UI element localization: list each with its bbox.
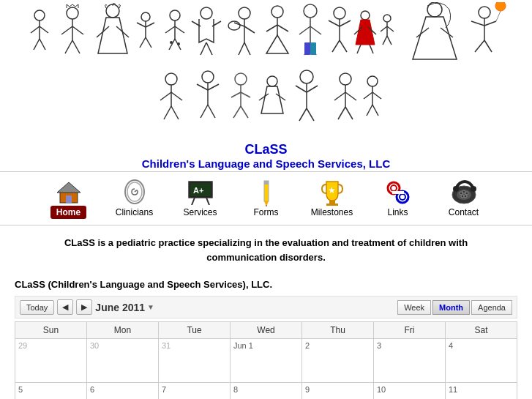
svg-line-117: [372, 92, 381, 99]
nav-item-forms[interactable]: Forms: [233, 176, 299, 220]
next-month-button[interactable]: ▶: [76, 299, 92, 315]
figures-row1: [0, 0, 532, 66]
nav-contact-label[interactable]: Contact: [449, 207, 479, 217]
svg-line-25: [169, 39, 175, 50]
contact-icon: [449, 179, 479, 206]
table-cell[interactable]: 11: [446, 383, 517, 400]
agenda-view-button[interactable]: Agenda: [471, 300, 512, 315]
svg-line-112: [338, 107, 345, 119]
current-month-label: June 2011 ▼: [95, 302, 154, 313]
table-cell[interactable]: Jun 1: [231, 339, 302, 383]
day-number: 7: [162, 385, 166, 394]
svg-line-80: [496, 11, 501, 21]
svg-point-38: [228, 21, 240, 30]
table-cell[interactable]: 8: [231, 383, 302, 400]
nav-milestones-label[interactable]: Milestones: [311, 207, 353, 217]
svg-line-62: [357, 45, 361, 53]
table-cell[interactable]: 2: [302, 339, 374, 383]
table-cell[interactable]: 10: [374, 383, 446, 400]
home-badge[interactable]: Home: [50, 206, 86, 219]
table-cell[interactable]: 3: [374, 339, 446, 383]
svg-line-3: [40, 26, 48, 33]
cal-left-controls: Today ◀ ▶ June 2011 ▼: [20, 299, 154, 315]
svg-point-6: [67, 7, 78, 19]
table-cell[interactable]: 29: [15, 339, 87, 383]
svg-point-34: [239, 7, 250, 19]
week-view-button[interactable]: Week: [397, 300, 431, 315]
nav-clinicians-label[interactable]: Clinicians: [116, 207, 153, 217]
svg-line-96: [241, 92, 250, 97]
table-cell[interactable]: 30: [87, 339, 159, 383]
nav-item-clinicians[interactable]: Clinicians: [102, 176, 168, 220]
svg-line-89: [197, 84, 208, 90]
today-button[interactable]: Today: [20, 300, 54, 315]
col-mon: Mon: [87, 322, 159, 339]
clinicians-icon: [121, 179, 148, 206]
day-number: 9: [305, 385, 310, 394]
nav-item-contact[interactable]: Contact: [431, 176, 497, 220]
table-cell[interactable]: 7: [159, 383, 231, 400]
svg-point-73: [479, 7, 490, 18]
nav-forms-label[interactable]: Forms: [254, 207, 279, 217]
svg-line-110: [334, 92, 345, 100]
svg-line-86: [171, 106, 179, 119]
svg-point-114: [367, 76, 378, 86]
milestones-icon: ★: [319, 179, 345, 206]
svg-text:★: ★: [328, 185, 336, 195]
table-cell[interactable]: 6: [87, 383, 159, 400]
svg-point-138: [391, 185, 397, 191]
svg-point-140: [400, 194, 405, 200]
nav-item-milestones[interactable]: ★ Milestones: [299, 176, 365, 220]
svg-line-39: [239, 42, 244, 55]
svg-line-127: [192, 198, 195, 205]
site-name: CLaSS: [0, 142, 532, 157]
svg-point-53: [334, 7, 345, 19]
svg-line-33: [206, 42, 212, 55]
svg-line-37: [244, 26, 255, 33]
home-icon: [56, 179, 82, 206]
prev-month-button[interactable]: ◀: [57, 299, 73, 315]
table-cell[interactable]: 31: [159, 339, 231, 383]
table-cell[interactable]: 9: [302, 383, 374, 400]
calendar-title: CLaSS (Children's Language and Speech Se…: [15, 279, 517, 290]
calendar-section: CLaSS (Children's Language and Speech Se…: [0, 275, 532, 399]
nav-links-label[interactable]: Links: [387, 207, 408, 217]
col-fri: Fri: [374, 322, 446, 339]
col-thu: Thu: [302, 322, 374, 339]
svg-rect-132: [264, 181, 269, 184]
svg-point-146: [460, 192, 462, 195]
nav-item-links[interactable]: Links: [365, 176, 431, 220]
svg-line-63: [370, 45, 373, 53]
svg-point-45: [304, 4, 317, 18]
figures-svg-row1: [18, 2, 515, 64]
svg-line-44: [277, 25, 288, 31]
nav-item-home[interactable]: Home: [36, 176, 102, 220]
svg-line-14: [116, 26, 129, 37]
description-text: CLaSS is a pediatric practice specializi…: [0, 225, 532, 275]
svg-line-76: [484, 21, 496, 26]
svg-line-78: [484, 40, 492, 52]
svg-line-85: [164, 106, 171, 119]
svg-point-102: [300, 70, 313, 83]
svg-point-21: [170, 10, 180, 20]
header-illustration: [0, 0, 532, 139]
day-number: 29: [18, 341, 27, 350]
svg-line-75: [471, 21, 484, 26]
day-number: 6: [90, 385, 94, 394]
col-sat: Sat: [446, 322, 517, 339]
nav-home-label[interactable]: Home: [50, 207, 86, 217]
links-icon: [385, 179, 411, 206]
table-row: 5 6 7 8 9 10 11: [15, 383, 517, 400]
table-cell[interactable]: 5: [15, 383, 87, 400]
svg-line-95: [231, 92, 241, 97]
svg-line-19: [140, 37, 146, 48]
month-dropdown-arrow[interactable]: ▼: [147, 303, 154, 311]
svg-point-29: [201, 7, 212, 19]
svg-line-90: [208, 84, 219, 90]
svg-point-41: [271, 6, 283, 18]
month-view-button[interactable]: Month: [432, 300, 470, 315]
nav-services-label[interactable]: Services: [183, 207, 217, 217]
table-cell[interactable]: 4: [446, 339, 517, 383]
nav-item-services[interactable]: A+ Services: [168, 176, 233, 220]
svg-line-98: [241, 106, 248, 118]
